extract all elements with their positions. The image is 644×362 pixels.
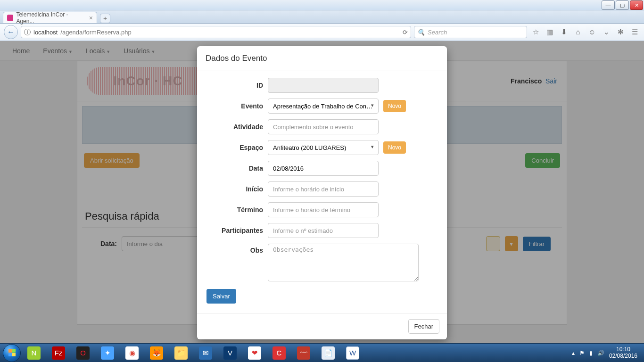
taskbar-app-v[interactable]: V: [219, 345, 241, 361]
menu-icon[interactable]: ☰: [631, 28, 638, 36]
tray-volume-icon[interactable]: 🔊: [597, 350, 604, 356]
label-atividade: Atividade: [206, 123, 263, 131]
taskbar-app-c[interactable]: C: [268, 345, 290, 361]
novo-evento-button[interactable]: Novo: [383, 100, 406, 112]
search-icon: 🔍: [417, 29, 425, 36]
modal-dados-evento: Dados do Evento ID Evento Apresentação d…: [197, 46, 447, 339]
search-placeholder: Search: [428, 29, 447, 36]
window-titlebar: — ▢ ✕: [0, 0, 644, 10]
input-termino[interactable]: [268, 202, 379, 217]
taskbar-app-heart[interactable]: ❤: [243, 345, 266, 361]
home-icon[interactable]: ⌂: [574, 28, 582, 36]
tray-chevron-icon[interactable]: ▴: [572, 350, 575, 356]
label-espaco: Espaço: [206, 144, 263, 151]
taskbar-app-chrome[interactable]: ◉: [121, 345, 143, 361]
tray-clock[interactable]: 10:10 02/08/2016: [609, 346, 637, 359]
taskbar-app-filezilla[interactable]: Fz: [47, 345, 70, 361]
taskbar-app-firefox[interactable]: 🦊: [145, 345, 168, 361]
taskbar-app-monitor[interactable]: 〰: [292, 345, 315, 361]
novo-espaco-button[interactable]: Novo: [383, 141, 406, 154]
new-tab-button[interactable]: +: [100, 14, 110, 23]
label-id: ID: [206, 82, 263, 89]
input-participantes[interactable]: [268, 223, 379, 238]
address-bar[interactable]: i localhost /agenda/formReserva.php ⟳: [21, 26, 411, 38]
taskbar-app-thunderbird[interactable]: ✉: [194, 345, 217, 361]
library-icon[interactable]: ▥: [546, 28, 553, 36]
browser-tabstrip: Telemedicina InCor - Agen... × +: [0, 10, 644, 24]
chat-icon[interactable]: ☺: [588, 28, 596, 36]
browser-search-box[interactable]: 🔍 Search: [414, 26, 527, 38]
downloads-icon[interactable]: ⬇: [560, 28, 568, 36]
pocket-icon[interactable]: ⌄: [603, 28, 610, 36]
window-maximize-button[interactable]: ▢: [616, 0, 629, 10]
back-button[interactable]: ←: [4, 25, 18, 39]
taskbar-app-word[interactable]: W: [341, 345, 364, 361]
system-tray: ▴ ⚑ ▮ 🔊 10:10 02/08/2016: [572, 346, 641, 359]
taskbar-app-explorer[interactable]: 📁: [170, 345, 192, 361]
start-button[interactable]: [3, 344, 21, 362]
select-espaco[interactable]: Anfiteatro (200 LUGARES): [268, 140, 379, 155]
taskbar-app-notepad[interactable]: 📄: [317, 345, 339, 361]
taskbar-app-safari[interactable]: ✦: [96, 345, 119, 361]
input-data[interactable]: [268, 161, 379, 176]
tray-network-icon[interactable]: ▮: [589, 350, 593, 356]
input-atividade[interactable]: [268, 119, 379, 134]
browser-tab[interactable]: Telemedicina InCor - Agen... ×: [3, 12, 97, 23]
addon-icon[interactable]: ✻: [617, 28, 624, 36]
label-evento: Evento: [206, 102, 263, 110]
input-id: [268, 78, 379, 93]
reload-icon[interactable]: ⟳: [403, 29, 408, 36]
textarea-obs[interactable]: [268, 244, 419, 281]
label-termino: Término: [206, 206, 263, 214]
label-data: Data: [206, 165, 263, 172]
favicon-icon: [7, 15, 13, 21]
label-obs: Obs: [206, 244, 263, 254]
bookmark-star-icon[interactable]: ☆: [532, 28, 539, 36]
site-info-icon[interactable]: i: [24, 29, 31, 35]
url-host: localhost: [33, 29, 58, 36]
select-evento[interactable]: Apresentação de Trabalho de Conclusão: [268, 99, 379, 114]
label-inicio: Início: [206, 185, 263, 193]
browser-toolbar: ← i localhost /agenda/formReserva.php ⟳ …: [0, 24, 644, 41]
close-button[interactable]: Fechar: [408, 319, 439, 334]
tray-date: 02/08/2016: [609, 353, 637, 359]
modal-title: Dados do Evento: [197, 46, 447, 71]
windows-taskbar: N Fz O ✦ ◉ 🦊 📁 ✉ V ❤ C 〰 📄 W ▴ ⚑ ▮ 🔊 10:…: [0, 343, 644, 362]
label-participantes: Participantes: [206, 227, 263, 234]
window-close-button[interactable]: ✕: [630, 0, 643, 10]
tab-close-icon[interactable]: ×: [89, 14, 93, 22]
tray-flag-icon[interactable]: ⚑: [579, 350, 585, 356]
taskbar-app-notepadpp[interactable]: N: [23, 345, 45, 361]
tab-title: Telemedicina InCor - Agen...: [16, 11, 84, 25]
tray-time: 10:10: [609, 346, 637, 353]
save-button[interactable]: Salvar: [206, 289, 236, 304]
window-minimize-button[interactable]: —: [602, 0, 615, 10]
input-inicio[interactable]: [268, 181, 379, 197]
url-path: /agenda/formReserva.php: [60, 29, 131, 36]
taskbar-app-opera[interactable]: O: [72, 345, 94, 361]
